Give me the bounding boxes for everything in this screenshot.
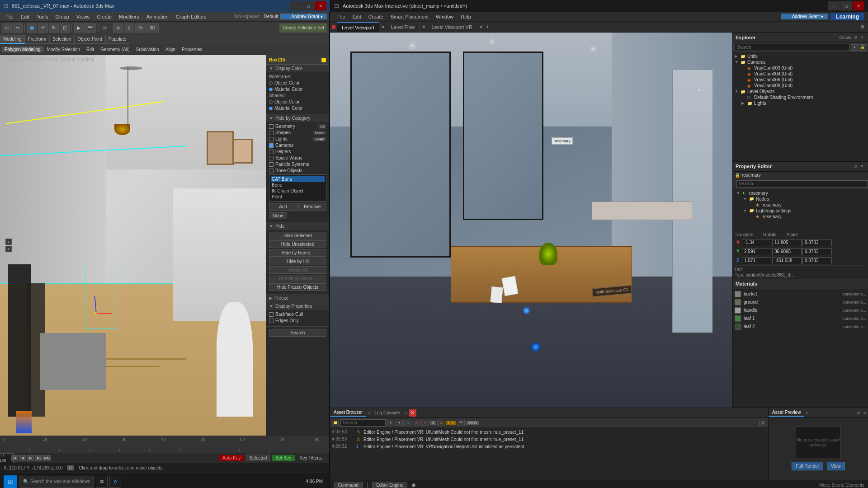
helpers-checkbox[interactable] xyxy=(269,150,274,154)
toolbar-percent[interactable]: % xyxy=(135,23,146,33)
right-user-btn[interactable]: 👤 Andrew Grant ▾ xyxy=(781,14,828,19)
hide-selected-btn[interactable]: Hide Selected xyxy=(269,232,326,239)
shapes-none-btn[interactable]: None xyxy=(313,131,326,135)
learning-btn[interactable]: Learning xyxy=(830,13,864,20)
asset-preview-close[interactable]: ✕ xyxy=(805,411,809,415)
right-minimize-btn[interactable]: ─ xyxy=(828,1,840,10)
mat-ground[interactable]: ground content/mo... xyxy=(735,298,866,306)
rmenu-smart-placement[interactable]: Smart Placement xyxy=(387,13,432,20)
exp-filter-btn[interactable]: ▾ xyxy=(851,44,858,51)
z-rotate-input[interactable] xyxy=(772,257,802,264)
rmenu-create[interactable]: Create xyxy=(365,13,387,20)
ab-warn-btn[interactable]: ⚠ xyxy=(413,420,420,426)
taskview-btn[interactable]: ⧉ xyxy=(96,476,108,488)
geometry-all-btn[interactable]: All xyxy=(318,124,326,129)
freeze-toggle[interactable]: ▶ Freeze xyxy=(266,294,329,302)
create-selection-btn[interactable]: Create Selection Set xyxy=(279,23,327,33)
sub-tab-properties[interactable]: Properties xyxy=(179,47,205,52)
y-scale-input[interactable] xyxy=(802,248,832,255)
log-console-tab[interactable]: Log Console xyxy=(371,409,403,416)
ab-refresh-btn[interactable]: ↻ xyxy=(387,420,394,426)
explorer-close-btn[interactable]: ✕ xyxy=(859,35,865,40)
ab-filter-btn[interactable]: ▾ xyxy=(396,420,403,426)
x-rotate-input[interactable] xyxy=(772,239,802,246)
right-viewport[interactable]: rosemary Multi-Selection Off xyxy=(330,33,732,408)
play-end-btn[interactable]: ▶▶| xyxy=(43,455,51,461)
prev-frame-btn[interactable]: ◀ xyxy=(19,455,26,461)
bone-checkbox[interactable] xyxy=(269,169,274,173)
shaded-object-radio[interactable] xyxy=(269,100,273,104)
view-btn[interactable]: View xyxy=(827,462,845,470)
hide-by-name-btn[interactable]: Hide by Name... xyxy=(269,249,326,257)
y-translate-input[interactable] xyxy=(742,248,771,255)
rmenu-window[interactable]: Window xyxy=(432,13,457,20)
menu-views[interactable]: Views xyxy=(73,13,93,20)
tab-modeling[interactable]: Modeling xyxy=(0,35,25,44)
log-console-close[interactable]: ✕ xyxy=(405,411,408,415)
hide-by-hit-btn[interactable]: Hide by Hit xyxy=(269,258,326,265)
pe-tree-rosemary-root[interactable]: ▼ ● rosemary xyxy=(735,190,866,196)
ab-warn2-btn[interactable]: ⚠ xyxy=(437,420,444,426)
lights-checkbox[interactable] xyxy=(269,137,274,141)
mat-leaf1[interactable]: leaf 1 content/mo... xyxy=(735,314,866,323)
shapes-checkbox[interactable] xyxy=(269,131,274,135)
cat-none-btn[interactable]: None xyxy=(269,212,287,219)
menu-animation[interactable]: Animation xyxy=(143,13,172,20)
wireframe-material-radio[interactable] xyxy=(269,88,273,91)
ab-search-input[interactable] xyxy=(340,419,386,427)
timeline-bar[interactable]: 0 10 20 30 40 50 60 70 80 xyxy=(0,436,329,453)
hide-category-toggle[interactable]: ▼ Hide by Category xyxy=(266,114,329,122)
right-close-btn[interactable]: ✕ xyxy=(853,1,864,10)
left-viewport[interactable]: [+] [Perspective] [Standard] [Default Sh… xyxy=(0,55,266,436)
toolbar-angle[interactable]: ∠ xyxy=(124,23,134,33)
menu-edit[interactable]: Edit xyxy=(17,13,33,20)
start-btn[interactable]: ⊞ xyxy=(4,475,17,488)
toolbar-snap[interactable]: ⊕ xyxy=(113,23,123,33)
cameras-checkbox[interactable] xyxy=(269,143,274,148)
left-close-btn[interactable]: ✕ xyxy=(315,1,326,10)
particle-checkbox[interactable] xyxy=(269,162,274,167)
search-btn[interactable]: Search xyxy=(269,329,326,337)
play-btn[interactable]: ▶ xyxy=(27,455,34,461)
wireframe-object-radio[interactable] xyxy=(269,81,273,85)
ie-btn[interactable]: e xyxy=(109,476,121,488)
mat-bucket[interactable]: bucket content/mo... xyxy=(735,290,866,298)
geometry-checkbox[interactable] xyxy=(269,124,274,129)
edges-only-checkbox[interactable] xyxy=(269,319,274,323)
tab-level-viewport-vr[interactable]: Level Viewport VR xyxy=(427,22,477,33)
rmenu-edit[interactable]: Edit xyxy=(349,13,365,20)
play-start-btn[interactable]: |◀ xyxy=(11,455,18,461)
toolbar-camera[interactable]: 📷 xyxy=(85,23,96,33)
tab-freeform[interactable]: Freeform xyxy=(25,35,50,44)
toolbar-select[interactable]: ▣ xyxy=(27,23,37,33)
x-translate-input[interactable] xyxy=(742,239,771,246)
next-frame-btn[interactable]: ▶| xyxy=(35,455,42,461)
z-translate-input[interactable] xyxy=(742,257,771,264)
rmenu-help[interactable]: Help xyxy=(457,13,475,20)
log-close-x[interactable]: ✕ xyxy=(409,409,416,417)
set-key-btn[interactable]: Set Key xyxy=(272,455,295,461)
left-maximize-btn[interactable]: □ xyxy=(302,1,314,10)
asset-preview-tab[interactable]: Asset Preview xyxy=(769,409,804,417)
nav-arrows[interactable]: ▲ ▼ xyxy=(5,239,12,252)
tree-item-cam008[interactable]: ◉ VrayCam008 (Unit) xyxy=(733,83,868,89)
tree-item-cam003[interactable]: ◉ VrayCam003 (Unit) xyxy=(733,65,868,71)
cat-add-btn[interactable]: Add xyxy=(269,203,297,211)
right-maximize-btn[interactable]: □ xyxy=(840,1,852,10)
auto-key-btn[interactable]: Auto Key xyxy=(219,455,245,461)
x-scale-input[interactable] xyxy=(802,239,832,246)
key-filters-btn[interactable]: Key Filters... xyxy=(297,455,327,461)
editor-engine-indicator[interactable] xyxy=(412,483,415,487)
tree-item-level-objects[interactable]: ▼ 📁 Level Objects xyxy=(733,89,868,94)
search-taskbar-btn[interactable]: 🔍 Search the web and Windows xyxy=(19,476,94,488)
tab-close-3[interactable]: ✕ xyxy=(477,23,485,30)
cat-item-0[interactable]: CAT Bone xyxy=(271,176,325,182)
cat-remove-btn[interactable]: Remove xyxy=(298,203,327,211)
hide-unselected-btn[interactable]: Hide Unselected xyxy=(269,240,326,248)
sub-tab-modify-selection[interactable]: Modify Selection xyxy=(44,47,83,52)
pe-search-input[interactable] xyxy=(736,180,868,188)
explorer-settings-btn[interactable]: ⚙ xyxy=(853,35,859,40)
mat-handle[interactable]: handle content/mo... xyxy=(735,306,866,314)
tree-item-units[interactable]: ▶ 📁 Units xyxy=(733,53,868,59)
ab-error-btn[interactable]: ✕ xyxy=(421,420,429,426)
